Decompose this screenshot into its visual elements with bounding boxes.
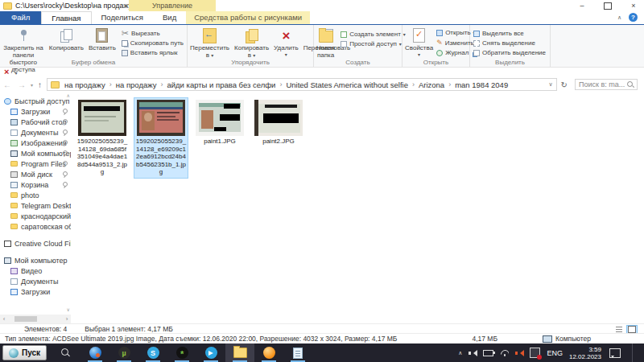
tab-file[interactable]: Файл [0, 11, 41, 24]
sidebar-item-this-pc[interactable]: Мой компьютер [0, 255, 71, 265]
copy-path-button[interactable]: Скопировать путь [122, 39, 184, 47]
breadcrumb-item[interactable]: на продажу [114, 80, 159, 89]
battery-icon[interactable] [483, 350, 493, 356]
sidebar-item-downloads[interactable]: Загрузки [0, 106, 71, 117]
thumbnails-view-button[interactable] [626, 325, 638, 334]
taskbar-app-notes[interactable] [283, 343, 312, 362]
taskbar-app-skype[interactable] [138, 343, 167, 362]
title-bar[interactable]: C:\Users\rocky\Desktop\на продажу\на про… [0, 0, 644, 11]
icq-icon [176, 347, 188, 359]
select-all-button[interactable]: Выделить все [473, 30, 546, 38]
file-item[interactable]: paint1.JPG [192, 97, 247, 148]
easy-access-button[interactable]: Простой доступ ▾ [341, 40, 406, 48]
collapse-ribbon-icon[interactable]: ∧ [617, 14, 621, 21]
breadcrumb-item[interactable]: на продажу [63, 80, 107, 89]
taskbar-app-icq[interactable] [167, 343, 196, 362]
help-icon[interactable]: ? [629, 13, 638, 22]
sidebar-item-saratov[interactable]: саратовская область [0, 221, 71, 232]
start-button[interactable]: Пуск [2, 345, 47, 360]
taskbar-app-agent[interactable] [254, 343, 283, 362]
tab-home[interactable]: Главная [41, 11, 91, 24]
details-view-button[interactable] [613, 325, 625, 334]
select-none-button[interactable]: Снять выделение [473, 39, 546, 47]
tab-picture-tools[interactable]: Средства работы с рисунками [186, 11, 310, 24]
scrollbar-thumb[interactable] [14, 316, 37, 322]
sidebar-item-program-files[interactable]: Program Files [0, 158, 71, 169]
breadcrumb-item[interactable]: Arizona [417, 80, 446, 89]
qat-delete-icon[interactable]: × [4, 68, 9, 76]
new-item-icon [341, 31, 347, 38]
invert-selection-button[interactable]: Обратить выделение [473, 49, 546, 57]
scroll-right-icon[interactable]: › [63, 315, 71, 323]
up-button[interactable]: ↑ [35, 80, 45, 89]
copy-button[interactable]: Копировать [47, 27, 86, 51]
show-desktop-button[interactable] [632, 343, 636, 362]
sidebar-item-computer[interactable]: Мой компьютер [0, 148, 71, 158]
search-input[interactable]: Поиск в: ma... [575, 79, 638, 90]
explorer-window: C:\Users\rocky\Desktop\на продажу\на про… [0, 0, 644, 362]
back-button[interactable]: ← [0, 80, 14, 89]
audio-app-icon[interactable] [515, 349, 523, 357]
pin-icon [62, 161, 68, 167]
sidebar-item-telegram-desktop[interactable]: Telegram Desktop [0, 200, 71, 211]
properties-button[interactable]: Свойства ▾ [402, 27, 436, 59]
qat-customize-icon[interactable]: ▾ [14, 68, 17, 76]
tab-share[interactable]: Поделиться [92, 11, 153, 24]
address-bar[interactable]: на продажу › на продажу › айди карты и п… [47, 78, 557, 91]
minimize-button[interactable]: – [578, 2, 586, 10]
file-item[interactable]: paint2.JPG [251, 97, 306, 148]
sidebar-item-pictures[interactable]: Изображения [0, 138, 71, 148]
sidebar-item-my-drive[interactable]: Мой диск [0, 169, 71, 179]
hidden-icons-chevron[interactable]: ∧ [458, 350, 462, 356]
language-indicator[interactable]: ENG [547, 349, 563, 357]
recent-locations-icon[interactable]: ▾ [29, 82, 35, 88]
breadcrumb-item[interactable]: айди карты и права без селфи [165, 80, 277, 89]
forward-button[interactable]: → [14, 80, 29, 89]
copy-to-icon [246, 29, 258, 43]
sidebar-item-downloads2[interactable]: Загрузки [0, 286, 71, 297]
pin-icon [62, 150, 68, 157]
sidebar-item-desktop[interactable]: Рабочий стол [0, 117, 71, 127]
address-dropdown-icon[interactable]: ∨ [545, 81, 555, 88]
horizontal-scrollbar[interactable]: ‹ › [0, 315, 71, 323]
network-icon[interactable] [500, 349, 509, 356]
copy-to-button[interactable]: Копировать в ▾ [232, 27, 271, 60]
refresh-icon[interactable]: ↻ [557, 80, 572, 89]
action-center-icon[interactable] [609, 348, 621, 358]
paste-button[interactable]: Вставить [86, 27, 118, 51]
new-folder-button[interactable]: Новая папка [314, 27, 337, 59]
file-item[interactable]: 1592025055239_14128_69da685f351049e4a4da… [75, 97, 130, 179]
sidebar-item-photo[interactable]: photo [0, 190, 71, 200]
taskbar-app-telegram[interactable] [196, 343, 225, 362]
sidebar-item-recycle-bin[interactable]: Корзина [0, 179, 71, 190]
sidebar-item-krasnodar[interactable]: краснодарский край [0, 211, 71, 221]
move-to-button[interactable]: Переместить в ▾ [188, 27, 232, 60]
sidebar-item-creative-cloud[interactable]: Creative Cloud Files [0, 238, 71, 249]
sidebar-item-documents2[interactable]: Документы [0, 276, 71, 286]
paste-shortcut-button[interactable]: Вставить ярлык [122, 49, 184, 57]
taskbar-search-icon[interactable] [61, 348, 71, 358]
taskbar-app-browser[interactable] [80, 343, 109, 362]
file-list-area[interactable]: 1592025055239_14128_69da685f351049e4a4da… [72, 92, 644, 323]
taskbar-app-utorrent[interactable] [109, 343, 138, 362]
scroll-left-icon[interactable]: ‹ [0, 315, 8, 323]
scroll-down-icon[interactable]: ∨ [67, 306, 70, 312]
cut-button[interactable]: ✂ Вырезать [122, 29, 184, 38]
file-item-selected[interactable]: 1592025055239_14128_e69209c12ea6912bcd24… [134, 97, 188, 179]
navigation-pane: ∧ Быстрый доступ Загрузки Рабочий стол Д… [0, 92, 71, 323]
delete-button[interactable]: × Удалить ▾ [271, 27, 301, 59]
file-name: paint1.JPG [204, 138, 236, 146]
breadcrumb-item[interactable]: man 1984 2049 [453, 80, 510, 89]
tab-view[interactable]: Вид [153, 11, 186, 24]
sidebar-item-documents[interactable]: Документы [0, 127, 71, 138]
taskbar-app-explorer[interactable] [225, 343, 254, 362]
sidebar-item-quick-access[interactable]: Быстрый доступ [0, 96, 71, 106]
clock[interactable]: 3:59 12.02.2023 [569, 346, 601, 360]
volume-icon[interactable] [469, 349, 477, 357]
notification-app-icon[interactable] [530, 348, 540, 358]
sidebar-item-videos[interactable]: Видео [0, 265, 71, 276]
restore-button[interactable] [604, 2, 612, 10]
new-item-button[interactable]: Создать элемент ▾ [341, 31, 406, 39]
breadcrumb-item[interactable]: United States America without selfie [284, 80, 410, 89]
close-button[interactable]: × [630, 2, 638, 10]
